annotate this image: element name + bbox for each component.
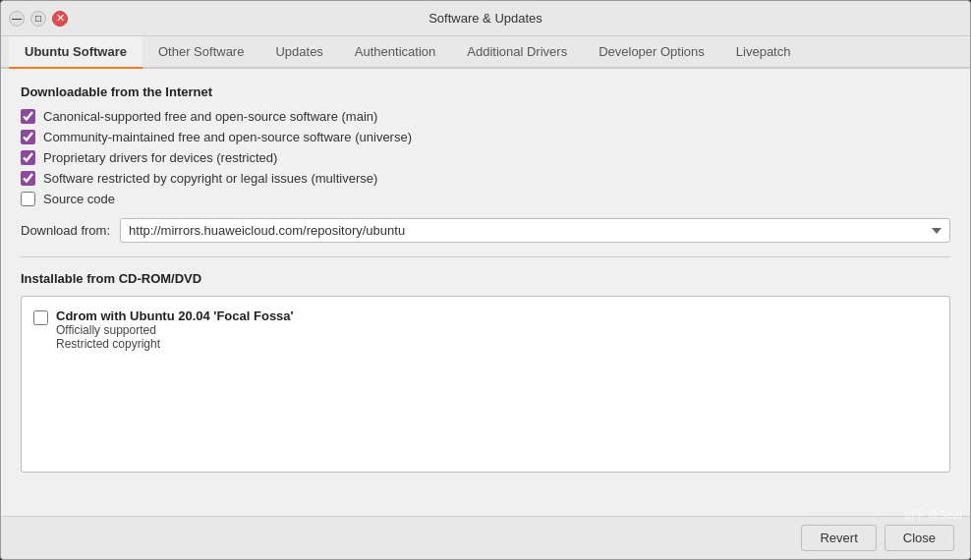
checkbox-row-universe: Community-maintained free and open-sourc… bbox=[21, 130, 950, 144]
section-divider bbox=[21, 256, 950, 257]
cdrom-text-focal: Cdrom with Ubuntu 20.04 'Focal Fossa' Of… bbox=[56, 308, 294, 351]
tab-additional-drivers[interactable]: Additional Drivers bbox=[451, 36, 583, 69]
checkbox-cdrom-focal[interactable] bbox=[33, 310, 48, 325]
checkbox-row-source: Source code bbox=[21, 192, 950, 206]
cdrom-name: Cdrom with Ubuntu 20.04 'Focal Fossa' bbox=[56, 308, 294, 323]
checkbox-main[interactable] bbox=[21, 109, 35, 124]
close-dialog-button[interactable]: Close bbox=[885, 525, 954, 551]
cdrom-item-focal: Cdrom with Ubuntu 20.04 'Focal Fossa' Of… bbox=[33, 308, 938, 351]
checkbox-row-multiverse: Software restricted by copyright or lega… bbox=[21, 171, 950, 186]
tab-other-software[interactable]: Other Software bbox=[143, 36, 259, 69]
checkbox-main-label: Canonical-supported free and open-source… bbox=[43, 109, 377, 124]
tab-updates[interactable]: Updates bbox=[259, 36, 338, 69]
tab-ubuntu-software[interactable]: Ubuntu Software bbox=[9, 36, 143, 69]
cdrom-sub1: Officially supported bbox=[56, 323, 294, 337]
tab-authentication[interactable]: Authentication bbox=[339, 36, 451, 69]
revert-button[interactable]: Revert bbox=[801, 525, 876, 551]
checkbox-multiverse-label: Software restricted by copyright or lega… bbox=[43, 171, 377, 186]
download-select[interactable]: http://mirrors.huaweicloud.com/repositor… bbox=[120, 218, 950, 243]
footer: Revert Close bbox=[1, 516, 970, 559]
checkbox-restricted-label: Proprietary drivers for devices (restric… bbox=[43, 150, 277, 165]
cdrom-section-title: Installable from CD-ROM/DVD bbox=[21, 271, 950, 286]
main-window: — □ ✕ Software & Updates Ubuntu Software… bbox=[0, 0, 971, 560]
window-title: Software & Updates bbox=[68, 11, 903, 26]
tab-bar: Ubuntu Software Other Software Updates A… bbox=[1, 36, 970, 69]
download-label: Download from: bbox=[21, 223, 110, 238]
cdrom-box: Cdrom with Ubuntu 20.04 'Focal Fossa' Of… bbox=[21, 296, 950, 473]
checkbox-source-label: Source code bbox=[43, 192, 115, 206]
checkbox-universe-label: Community-maintained free and open-sourc… bbox=[43, 130, 412, 144]
checkbox-row-main: Canonical-supported free and open-source… bbox=[21, 109, 950, 124]
download-row: Download from: http://mirrors.huaweiclou… bbox=[21, 218, 950, 243]
maximize-button[interactable]: □ bbox=[30, 11, 46, 27]
content-area: Downloadable from the Internet Canonical… bbox=[1, 69, 970, 516]
checkbox-multiverse[interactable] bbox=[21, 171, 35, 186]
window-controls: — □ ✕ bbox=[9, 11, 68, 27]
checkbox-restricted[interactable] bbox=[21, 150, 35, 165]
close-button[interactable]: ✕ bbox=[52, 11, 68, 27]
cdrom-sub2: Restricted copyright bbox=[56, 337, 294, 351]
tab-livepatch[interactable]: Livepatch bbox=[720, 36, 807, 69]
tab-developer-options[interactable]: Developer Options bbox=[583, 36, 720, 69]
minimize-button[interactable]: — bbox=[9, 11, 25, 27]
internet-section-title: Downloadable from the Internet bbox=[21, 84, 950, 99]
checkbox-source[interactable] bbox=[21, 192, 35, 206]
titlebar: — □ ✕ Software & Updates bbox=[1, 1, 970, 36]
checkbox-universe[interactable] bbox=[21, 130, 35, 144]
checkbox-row-restricted: Proprietary drivers for devices (restric… bbox=[21, 150, 950, 165]
